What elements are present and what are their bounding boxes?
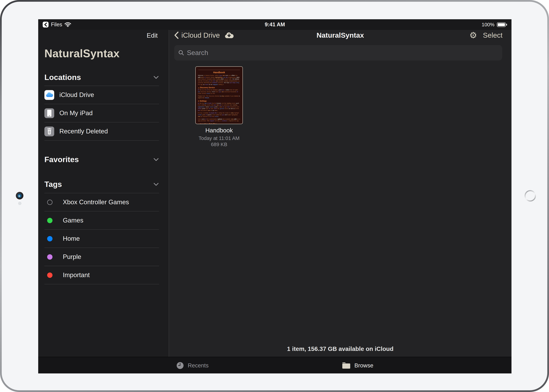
tag-label: Important [63,272,90,279]
locations-title: Locations [44,73,81,82]
search-input[interactable] [187,49,498,56]
favorites-title: Favorites [44,155,79,164]
tab-recents[interactable]: Recents [176,357,209,373]
chevron-down-icon[interactable] [153,183,159,186]
tag-circle-icon [47,254,52,260]
sidebar-item-label: On My iPad [59,110,93,117]
camera-lens [18,194,22,198]
tag-circle-icon [47,236,52,241]
tag-item-xbox-controller-games[interactable]: Xbox Controller Games [38,193,169,211]
back-to-app-button[interactable] [43,22,49,28]
battery-icon [497,22,507,27]
sidebar-item-on-my-ipad[interactable]: On My iPad [38,104,169,122]
tab-browse[interactable]: Browse [342,357,373,373]
front-camera [16,192,23,199]
navigation-bar: iCloud Drive NaturalSyntax ⚙ Select [169,30,512,41]
file-name: Handbook [205,127,233,134]
sidebar-item-icloud-drive[interactable]: iCloud Drive [38,86,169,104]
sidebar-item-label: iCloud Drive [59,91,94,98]
tag-item-important[interactable]: Important [38,266,169,284]
sidebar-item-recently-deleted[interactable]: Recently Deleted [38,122,169,140]
settings-gear-icon[interactable]: ⚙ [469,31,477,40]
tag-circle-icon [47,273,52,278]
item-count-status: 1 item, 156.37 GB available on iCloud [169,345,512,352]
back-chevron-icon [174,31,179,39]
file-item-handbook[interactable]: HandbookWelcome to Natural Syntax, withi… [195,66,243,148]
file-modified-date: Today at 11:01 AM [199,135,239,141]
back-button[interactable]: iCloud Drive [174,31,233,39]
tags-title: Tags [44,180,62,189]
wifi-icon [65,22,71,27]
select-button[interactable]: Select [483,31,503,39]
favorites-section-header[interactable]: Favorites [38,155,169,164]
sidebar: Edit NaturalSyntax Locations [38,30,169,357]
back-chevron-icon [44,22,47,27]
search-bar[interactable] [174,45,502,61]
ipad-icon [44,108,54,118]
status-bar: Files 9:41 AM 100% [38,19,512,30]
ambient-sensor [18,202,21,205]
locations-section-header[interactable]: Locations [38,73,169,82]
tags-section-header[interactable]: Tags [38,180,169,189]
tag-label: Purple [63,253,81,260]
back-button-label: iCloud Drive [181,31,220,39]
battery-percent: 100% [482,22,494,28]
tag-item-games[interactable]: Games [38,211,169,229]
sidebar-item-label: Recently Deleted [59,128,108,135]
page-title: NaturalSyntax [317,31,364,39]
tab-recents-label: Recents [188,362,209,369]
edit-button[interactable]: Edit [147,32,158,40]
main-content: iCloud Drive NaturalSyntax ⚙ Select [169,30,512,357]
icloud-download-icon[interactable] [224,32,233,39]
screen: Files 9:41 AM 100% [38,19,512,373]
tag-circle-icon [47,200,52,205]
trash-icon [44,126,54,136]
tab-browse-label: Browse [354,362,373,369]
icloud-drive-icon [44,90,54,100]
tag-label: Games [63,217,83,224]
tab-bar: Recents Browse [38,357,512,373]
tag-item-purple[interactable]: Purple [38,248,169,266]
sidebar-app-title: NaturalSyntax [38,47,169,60]
file-size: 689 KB [199,141,239,147]
ipad-device: Files 9:41 AM 100% [0,0,549,392]
clock-icon [176,362,184,369]
file-thumbnail[interactable]: HandbookWelcome to Natural Syntax, withi… [195,66,243,124]
tag-item-home[interactable]: Home [38,230,169,248]
home-button[interactable] [525,190,536,202]
search-icon [178,50,184,56]
tag-label: Xbox Controller Games [63,199,129,206]
clock-time: 9:41 AM [265,21,285,28]
chevron-down-icon[interactable] [153,158,159,161]
chevron-down-icon[interactable] [153,76,159,79]
tag-label: Home [63,235,80,242]
folder-icon [342,362,351,369]
back-to-app-label[interactable]: Files [51,21,62,28]
tag-circle-icon [47,218,52,223]
